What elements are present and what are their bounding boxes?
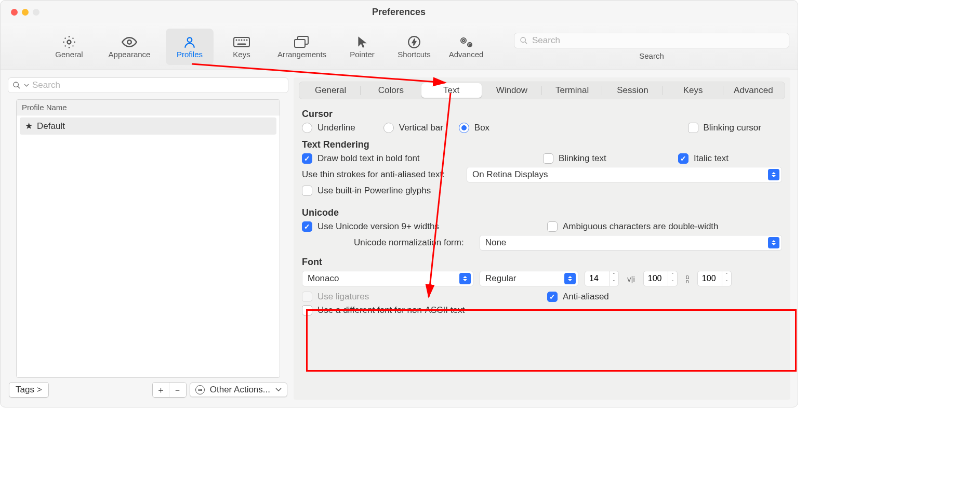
ellipsis-circle-icon: ••• (195, 385, 205, 394)
sidebar: Search Profile Name ★ Default Tags > ＋ －… (8, 77, 288, 400)
cursor-section-title: Cursor (302, 109, 782, 120)
cursor-vertical-radio[interactable]: Vertical bar (383, 123, 443, 133)
blinking-cursor-checkbox[interactable]: Blinking cursor (688, 123, 762, 133)
svg-point-17 (521, 37, 525, 42)
svg-line-18 (525, 42, 527, 44)
subtab-keys[interactable]: Keys (663, 83, 723, 98)
toolbar-search-label: Search (639, 51, 664, 60)
unicode-v9-checkbox[interactable]: Use Unicode version 9+ widths (302, 221, 439, 232)
cursor-underline-radio[interactable]: Underline (302, 123, 355, 133)
sidebar-search-field[interactable]: Search (8, 77, 288, 93)
tab-shortcuts[interactable]: Shortcuts (390, 29, 438, 65)
remove-profile-button[interactable]: － (169, 383, 186, 397)
svg-point-2 (188, 37, 192, 42)
titlebar: Preferences (1, 1, 798, 23)
text-rendering-section-title: Text Rendering (302, 139, 782, 150)
toolbar-search-field[interactable]: Search (514, 33, 789, 48)
windows-icon (294, 34, 310, 50)
subtab-window[interactable]: Window (482, 83, 542, 98)
use-ligatures-checkbox[interactable]: Use ligatures (302, 292, 369, 302)
eye-icon (122, 34, 137, 50)
line-spacing-icon: nn (686, 274, 689, 283)
cursor-icon (356, 34, 368, 50)
select-arrows-icon (459, 273, 471, 284)
tab-keys[interactable]: Keys (218, 29, 266, 65)
thin-strokes-select[interactable]: On Retina Displays (467, 167, 782, 182)
svg-point-19 (14, 82, 18, 87)
add-remove-group: ＋ － (152, 382, 187, 398)
tab-appearance[interactable]: Appearance (97, 29, 162, 65)
unicode-section-title: Unicode (302, 207, 782, 218)
window-title: Preferences (8, 7, 789, 18)
letter-spacing-stepper[interactable]: ˄˅ (643, 271, 678, 286)
tab-general[interactable]: General (45, 29, 93, 65)
svg-rect-3 (234, 37, 249, 47)
svg-point-15 (468, 43, 472, 47)
tab-advanced[interactable]: Advanced (442, 29, 490, 65)
svg-point-13 (461, 38, 466, 43)
font-size-stepper[interactable]: ˄˅ (585, 271, 619, 286)
stepper-arrows-icon[interactable]: ˄˅ (722, 271, 731, 286)
profile-list-header: Profile Name (17, 100, 280, 115)
add-profile-button[interactable]: ＋ (153, 383, 169, 397)
subtab-colors[interactable]: Colors (361, 83, 421, 98)
svg-point-14 (462, 40, 465, 42)
subtab-terminal[interactable]: Terminal (542, 83, 602, 98)
main-toolbar: General Appearance Profiles Keys Arrange… (1, 23, 798, 70)
search-icon (12, 81, 21, 89)
other-actions-dropdown[interactable]: ••• Other Actions... (190, 383, 287, 397)
profile-list: Profile Name ★ Default (16, 99, 280, 378)
profile-row-default[interactable]: ★ Default (20, 117, 276, 135)
gears-icon (458, 34, 474, 50)
cursor-box-radio[interactable]: Box (459, 123, 489, 133)
ambiguous-double-width-checkbox[interactable]: Ambiguous characters are double-width (547, 221, 782, 232)
preferences-window: Preferences General Appearance Profiles … (0, 0, 798, 407)
profile-settings-pane: General Colors Text Window Terminal Sess… (294, 77, 790, 400)
svg-point-1 (127, 40, 131, 44)
subtab-general[interactable]: General (300, 83, 361, 98)
tags-button[interactable]: Tags > (9, 382, 49, 398)
text-settings-content: Cursor Underline Vertical bar Box Blinki… (299, 99, 785, 319)
font-family-select[interactable]: Monaco (302, 271, 473, 286)
letter-spacing-icon: v|i (627, 274, 635, 283)
powerline-glyphs-checkbox[interactable]: Use built-in Powerline glyphs (302, 186, 431, 196)
subtab-text[interactable]: Text (421, 83, 482, 98)
gear-icon (62, 34, 76, 50)
blinking-text-checkbox[interactable]: Blinking text (543, 153, 663, 164)
sidebar-bottom-bar: Tags > ＋ － ••• Other Actions... (8, 382, 288, 400)
chevron-down-icon (24, 83, 29, 88)
svg-rect-11 (295, 40, 305, 47)
svg-line-20 (18, 86, 20, 88)
tab-pointer[interactable]: Pointer (338, 29, 386, 65)
font-weight-select[interactable]: Regular (480, 271, 578, 286)
tab-arrangements[interactable]: Arrangements (270, 29, 334, 65)
tab-profiles[interactable]: Profiles (166, 29, 214, 65)
bolt-icon (407, 34, 421, 50)
unicode-norm-select[interactable]: None (480, 235, 782, 251)
non-ascii-font-checkbox[interactable]: Use a different font for non-ASCII text (302, 305, 465, 315)
select-arrows-icon (768, 237, 779, 248)
italic-text-checkbox[interactable]: Italic text (678, 153, 782, 164)
person-icon (183, 34, 196, 50)
star-icon: ★ (25, 121, 33, 131)
stepper-arrows-icon[interactable]: ˄˅ (668, 271, 677, 286)
toolbar-search: Search Search (514, 33, 789, 60)
font-section-title: Font (302, 257, 782, 268)
svg-point-16 (469, 44, 471, 46)
unicode-norm-label: Unicode normalization form: (354, 238, 464, 248)
subtab-advanced[interactable]: Advanced (723, 83, 784, 98)
keyboard-icon (233, 34, 250, 50)
profile-subtabs: General Colors Text Window Terminal Sess… (299, 82, 785, 99)
draw-bold-checkbox[interactable]: Draw bold text in bold font (302, 153, 420, 164)
thin-strokes-label: Use thin strokes for anti-aliased text: (302, 169, 445, 180)
search-icon (520, 36, 528, 45)
svg-point-0 (68, 41, 71, 44)
stepper-arrows-icon[interactable]: ˄˅ (609, 271, 618, 286)
chevron-down-icon (275, 387, 282, 392)
select-arrows-icon (768, 169, 779, 180)
line-spacing-stepper[interactable]: ˄˅ (697, 271, 732, 286)
select-arrows-icon (564, 273, 576, 284)
subtab-session[interactable]: Session (602, 83, 663, 98)
toolbar-tabs: General Appearance Profiles Keys Arrange… (45, 29, 490, 65)
anti-aliased-checkbox[interactable]: Anti-aliased (547, 292, 782, 302)
